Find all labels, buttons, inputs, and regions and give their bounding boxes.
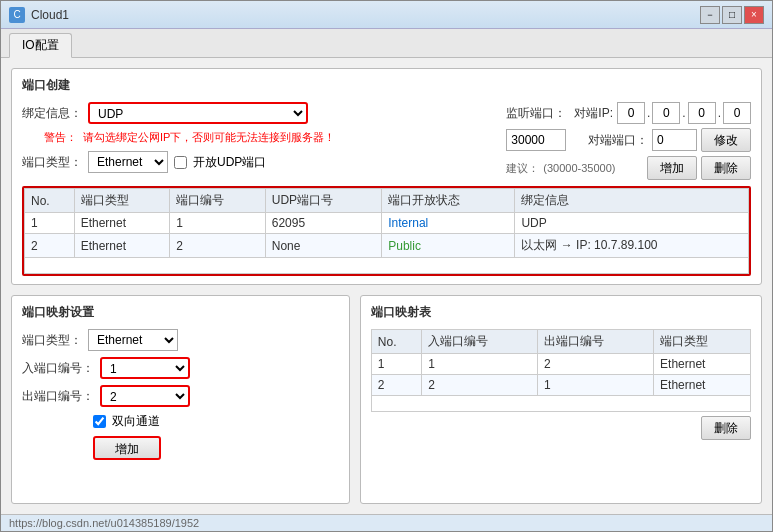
suggest-row: 建议： (30000-35000) 增加 删除 [506,156,751,180]
main-content: 端口创建 绑定信息： UDP TCP 以太网 警告： 请勾选绑定公网IP下 [1,58,772,514]
port-create-title: 端口创建 [22,77,751,94]
port-type-label: 端口类型： [22,154,82,171]
mapping-row-empty [371,396,750,412]
map-row1-type: Ethernet [654,354,751,375]
warning-text: 请勾选绑定公网IP下，否则可能无法连接到服务器！ [83,130,335,145]
col-num: 端口编号 [170,189,266,213]
mapping-delete-area: 删除 [371,416,751,440]
bidirectional-checkbox[interactable] [93,415,106,428]
open-udp-checkbox[interactable] [174,156,187,169]
main-window: C Cloud1 － □ × IO配置 端口创建 绑定信息： UDP [0,0,773,532]
bind-label: 绑定信息： [22,105,82,122]
port-type-select[interactable]: Ethernet Serial [88,151,168,173]
delete-mapping-button[interactable]: 删除 [701,416,751,440]
col-type: 端口类型 [74,189,170,213]
ip-octet-1[interactable] [617,102,645,124]
in-port-row: 入端口编号： 1 2 [22,357,339,379]
row1-no: 1 [25,213,75,234]
bottom-content: 端口映射设置 端口类型： Ethernet Serial 入端口编号： 1 2 [11,295,762,504]
suggest-value: (30000-35000) [543,162,615,174]
open-udp-label: 开放UDP端口 [193,154,266,171]
bind-row: 绑定信息： UDP TCP 以太网 [22,102,496,124]
remote-port-label: 对端端口： [588,132,648,149]
out-port-row: 出端口编号： 1 2 [22,385,339,407]
close-button[interactable]: × [744,6,764,24]
mapping-table: No. 入端口编号 出端口编号 端口类型 1 1 2 Ethernet [371,329,751,412]
row2-no: 2 [25,234,75,258]
maximize-button[interactable]: □ [722,6,742,24]
warning-row: 警告： 请勾选绑定公网IP下，否则可能无法连接到服务器！ [22,130,496,145]
map-row1-out: 2 [538,354,654,375]
map-col-in: 入端口编号 [422,330,538,354]
map-row2-type: Ethernet [654,375,751,396]
listen-port-input[interactable] [506,129,566,151]
table-row[interactable]: 2 Ethernet 2 None Public 以太网 → IP: 10.7.… [25,234,749,258]
suggest-label: 建议： [506,161,539,176]
ip-octet-4[interactable] [723,102,751,124]
row1-status: Internal [382,213,515,234]
row1-num: 1 [170,213,266,234]
add-port-button[interactable]: 增加 [647,156,697,180]
listen-value-row: 对端端口： 修改 [506,128,751,152]
map-row1-in: 1 [422,354,538,375]
in-port-label: 入端口编号： [22,360,94,377]
window-title: Cloud1 [31,8,700,22]
map-row1-no: 1 [371,354,421,375]
col-no: No. [25,189,75,213]
remote-ip-group: . . . [617,102,751,124]
map-row2-no: 2 [371,375,421,396]
table-row[interactable]: 1 Ethernet 1 62095 Internal UDP [25,213,749,234]
port-type-row: 端口类型： Ethernet Serial 开放UDP端口 [22,151,496,173]
map-col-type: 端口类型 [654,330,751,354]
row2-udp: None [265,234,381,258]
delete-port-button[interactable]: 删除 [701,156,751,180]
row2-type: Ethernet [74,234,170,258]
port-mapping-settings-title: 端口映射设置 [22,304,339,321]
title-bar: C Cloud1 － □ × [1,1,772,29]
remote-port-input[interactable] [652,129,697,151]
row1-udp: 62095 [265,213,381,234]
add-mapping-button[interactable]: 增加 [93,436,161,460]
modify-button[interactable]: 修改 [701,128,751,152]
out-port-select[interactable]: 1 2 [100,385,190,407]
port-mapping-table-title: 端口映射表 [371,304,751,321]
status-text: https://blog.csdn.net/u014385189/1952 [9,517,199,529]
minimize-button[interactable]: － [700,6,720,24]
col-bind: 绑定信息 [515,189,749,213]
listen-port-label: 监听端口： [506,105,566,122]
right-form: 监听端口： 对端IP: . . . [506,102,751,180]
col-status: 端口开放状态 [382,189,515,213]
bidirectional-label: 双向通道 [112,413,160,430]
table-row-empty [25,258,749,274]
bind-select[interactable]: UDP TCP 以太网 [88,102,308,124]
remote-ip-label: 对端IP: [574,105,613,122]
map-col-out: 出端口编号 [538,330,654,354]
row2-status: Public [382,234,515,258]
col-udp: UDP端口号 [265,189,381,213]
map-col-no: No. [371,330,421,354]
bidirectional-row: 双向通道 [22,413,339,430]
mapping-row[interactable]: 2 2 1 Ethernet [371,375,750,396]
ip-octet-3[interactable] [688,102,716,124]
port-table-container: No. 端口类型 端口编号 UDP端口号 端口开放状态 绑定信息 1 Ether… [22,186,751,276]
tab-bar: IO配置 [1,29,772,58]
status-bar: https://blog.csdn.net/u014385189/1952 [1,514,772,531]
mapping-add-row: 增加 [22,436,339,460]
mapping-type-label: 端口类型： [22,332,82,349]
app-icon: C [9,7,25,23]
port-mapping-settings-section: 端口映射设置 端口类型： Ethernet Serial 入端口编号： 1 2 [11,295,350,504]
ip-octet-2[interactable] [652,102,680,124]
mapping-row[interactable]: 1 1 2 Ethernet [371,354,750,375]
row2-bind: 以太网 → IP: 10.7.89.100 [515,234,749,258]
row1-bind: UDP [515,213,749,234]
listen-port-row: 监听端口： 对端IP: . . . [506,102,751,124]
row1-type: Ethernet [74,213,170,234]
in-port-select[interactable]: 1 2 [100,357,190,379]
mapping-type-select[interactable]: Ethernet Serial [88,329,178,351]
warning-label: 警告： [22,130,77,145]
left-form: 绑定信息： UDP TCP 以太网 警告： 请勾选绑定公网IP下，否则可能无法连… [22,102,496,180]
tab-io-config[interactable]: IO配置 [9,33,72,58]
row2-num: 2 [170,234,266,258]
port-mapping-table-section: 端口映射表 No. 入端口编号 出端口编号 端口类型 1 1 [360,295,762,504]
mapping-type-row: 端口类型： Ethernet Serial [22,329,339,351]
